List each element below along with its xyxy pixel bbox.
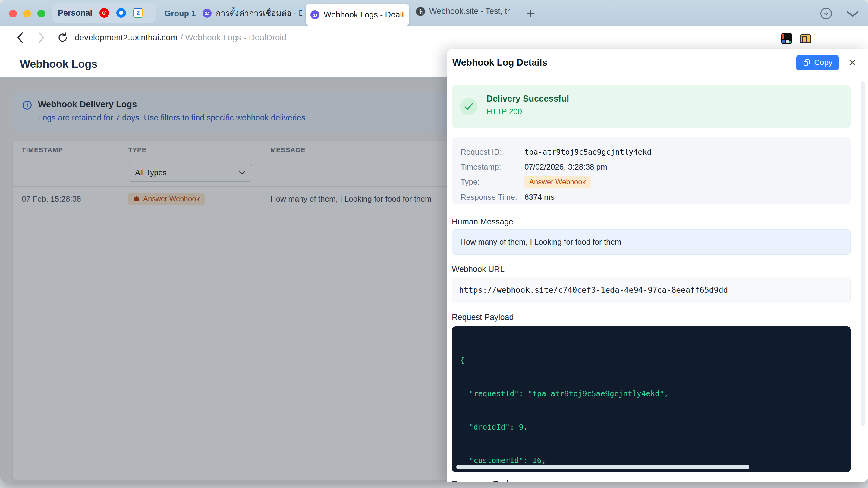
panel-header: Webhook Log Details Copy ✕ <box>447 49 868 76</box>
tab-bar: Personal 2 Group 1 :D การตั้งค่าการเชื่อ… <box>0 0 868 26</box>
browser-toolbar: development2.uxinthai.com / Webhook Logs… <box>0 26 868 50</box>
detail-label: Response Time: <box>461 193 524 202</box>
webhook-log-details-panel: Webhook Log Details Copy ✕ Delivery Succ… <box>447 49 868 482</box>
youtube-music-icon[interactable] <box>99 8 109 18</box>
copy-label: Copy <box>814 58 832 67</box>
traffic-lights <box>9 10 45 18</box>
type-badge: Answer Webhook <box>524 176 591 188</box>
detail-label: Timestamp: <box>461 162 524 172</box>
address-bar[interactable]: development2.uxinthai.com / Webhook Logs… <box>75 26 286 50</box>
webhook-url-box: https://webhook.site/c740cef3-1eda-4e94-… <box>452 277 850 303</box>
tab-label: Webhook Logs - DealD <box>324 10 404 20</box>
tab-group-1-label[interactable]: Group 1 <box>164 9 196 19</box>
type-badge-label: Answer Webhook <box>529 178 586 186</box>
sidebar-extension-icon[interactable] <box>800 34 811 43</box>
minimize-window-button[interactable] <box>23 10 31 18</box>
page-title: Webhook Logs <box>20 58 97 70</box>
status-title: Delivery Successful <box>487 94 569 104</box>
dealdroid-favicon: :D <box>310 10 319 19</box>
request-payload-label: Request Payload <box>452 313 514 322</box>
panel-scrollbar-thumb[interactable] <box>861 82 865 426</box>
response-time-value: 6374 ms <box>524 193 555 202</box>
reload-button[interactable] <box>54 26 72 50</box>
success-check-icon <box>460 98 477 116</box>
google-calendar-icon[interactable]: 2 <box>133 8 143 18</box>
response-body-label: Response Body <box>452 479 513 482</box>
tab-webhook-logs-active[interactable]: :D Webhook Logs - DealD <box>306 4 409 26</box>
human-message-text: How many of them, I Looking for food for… <box>460 237 621 247</box>
tab-group-personal[interactable]: Personal 2 <box>52 3 156 23</box>
tab-label: การตั้งค่าการเชื่อมต่อ - D <box>216 7 302 20</box>
tab-webhook-site[interactable]: Webhook.site - Test, tr <box>416 7 518 16</box>
tab-label: Webhook.site - Test, tr <box>429 7 510 16</box>
new-tab-button[interactable] <box>524 7 538 21</box>
timestamp-value: 07/02/2026, 3:28:38 pm <box>524 162 607 172</box>
webhook-url-text: https://webhook.site/c740cef3-1eda-4e94-… <box>459 286 728 295</box>
panel-title: Webhook Log Details <box>453 57 788 68</box>
request-id-value: tpa-atr9toj9c5ae9gcjntly4ekd <box>524 148 651 156</box>
detail-row-request-id: Request ID: tpa-atr9toj9c5ae9gcjntly4ekd <box>461 144 850 159</box>
copy-icon <box>803 59 810 67</box>
detail-label: Request ID: <box>461 147 524 157</box>
human-message-box: How many of them, I Looking for food for… <box>452 229 850 255</box>
back-button[interactable] <box>11 26 29 50</box>
delivery-status-card: Delivery Successful HTTP 200 <box>452 85 850 128</box>
html-to-design-extension-icon[interactable] <box>781 33 792 44</box>
request-payload-code-block[interactable]: { "requestId": "tpa-atr9toj9c5ae9gcjntly… <box>452 326 850 472</box>
downloads-icon[interactable] <box>820 8 832 19</box>
horizontal-scrollbar-thumb[interactable] <box>456 465 749 469</box>
calendar-badge: 2 <box>136 10 140 16</box>
copy-button[interactable]: Copy <box>796 55 839 70</box>
url-host: development2.uxinthai.com <box>75 33 178 42</box>
forward-button[interactable] <box>33 26 51 50</box>
close-window-button[interactable] <box>9 10 17 18</box>
detail-label: Type: <box>461 177 524 187</box>
detail-row-timestamp: Timestamp: 07/02/2026, 3:28:38 pm <box>461 159 850 174</box>
modal-dim-overlay[interactable] <box>0 77 452 482</box>
webhook-site-favicon <box>416 7 425 16</box>
browser-window: Personal 2 Group 1 :D การตั้งค่าการเชื่อ… <box>0 0 868 482</box>
url-path: / Webhook Logs - DealDroid <box>181 33 286 42</box>
request-details-card: Request ID: tpa-atr9toj9c5ae9gcjntly4ekd… <box>452 137 850 204</box>
close-icon[interactable]: ✕ <box>847 57 858 68</box>
status-http-code: HTTP 200 <box>487 107 522 116</box>
tab-overview-chevron-icon[interactable] <box>846 10 860 18</box>
dealdroid-favicon: :D <box>203 9 212 18</box>
messenger-icon[interactable] <box>116 8 126 18</box>
tab-connection-settings[interactable]: :D การตั้งค่าการเชื่อมต่อ - D <box>203 7 302 20</box>
payload-json: { "requestId": "tpa-atr9toj9c5ae9gcjntly… <box>460 332 850 472</box>
detail-row-type: Type: Answer Webhook <box>461 174 850 190</box>
human-message-label: Human Message <box>452 217 513 227</box>
zoom-window-button[interactable] <box>37 10 45 18</box>
tab-group-personal-label: Personal <box>58 8 92 18</box>
detail-row-response-time: Response Time: 6374 ms <box>461 190 850 204</box>
webhook-url-label: Webhook URL <box>452 265 504 274</box>
